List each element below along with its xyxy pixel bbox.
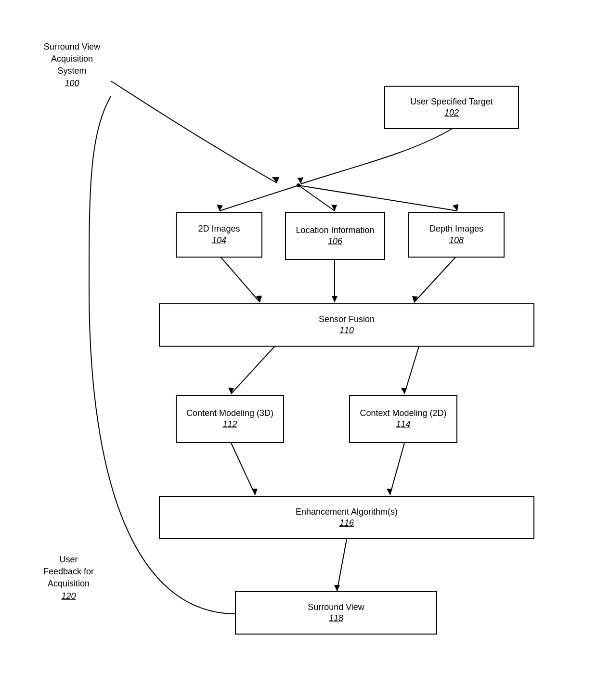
- svg-marker-0: [272, 177, 279, 183]
- content-modeling-label: Content Modeling (3D): [186, 408, 273, 419]
- svg-line-19: [231, 443, 255, 495]
- context-modeling-box: Context Modeling (2D) 114: [349, 395, 457, 443]
- svg-point-8: [297, 183, 300, 187]
- svg-line-4: [298, 185, 335, 211]
- surround-view-num: 118: [329, 613, 343, 624]
- depth-images-num: 108: [449, 235, 464, 246]
- content-modeling-box: Content Modeling (3D) 112: [176, 395, 284, 443]
- svg-line-6: [298, 185, 457, 211]
- sensor-fusion-num: 110: [339, 325, 354, 336]
- depth-images-box: Depth Images 108: [408, 212, 505, 258]
- sensor-fusion-label: Sensor Fusion: [319, 314, 375, 325]
- enhancement-algorithm-box: Enhancement Algorithm(s) 116: [159, 496, 534, 539]
- user-specified-target-label: User Specified Target: [410, 96, 493, 107]
- svg-marker-16: [228, 388, 234, 394]
- svg-marker-22: [387, 489, 392, 495]
- enhancement-algorithm-num: 116: [339, 518, 354, 529]
- user-specified-target-num: 102: [444, 107, 459, 118]
- 2d-images-box: 2D Images 104: [176, 212, 262, 258]
- svg-line-2: [220, 185, 298, 211]
- context-modeling-num: 114: [396, 419, 410, 430]
- svg-line-21: [390, 443, 404, 495]
- location-information-label: Location Information: [296, 225, 374, 236]
- context-modeling-label: Context Modeling (2D): [360, 408, 446, 419]
- svg-marker-14: [412, 296, 418, 302]
- svg-marker-18: [401, 388, 407, 394]
- svg-marker-10: [256, 296, 262, 302]
- feedback-label-num: 120: [26, 590, 111, 602]
- svg-marker-1: [298, 177, 303, 184]
- svg-line-23: [337, 539, 347, 591]
- svg-marker-24: [334, 585, 340, 591]
- location-information-num: 106: [328, 236, 342, 247]
- 2d-images-num: 104: [212, 235, 226, 246]
- feedback-label-text: User Feedback for Acquisition: [26, 554, 111, 590]
- diagram-container: Surround View Acquisition System 100 Use…: [0, 0, 597, 700]
- svg-marker-3: [217, 205, 223, 211]
- content-modeling-num: 112: [222, 419, 237, 430]
- surround-view-label: Surround View: [308, 602, 364, 613]
- svg-line-15: [231, 347, 274, 394]
- svg-marker-12: [332, 296, 337, 302]
- user-specified-target-box: User Specified Target 102: [384, 86, 519, 129]
- svg-marker-5: [331, 205, 337, 211]
- system-label: Surround View Acquisition System 100: [30, 41, 114, 90]
- feedback-label: User Feedback for Acquisition 120: [26, 554, 111, 602]
- location-information-box: Location Information 106: [285, 212, 385, 260]
- 2d-images-label: 2D Images: [198, 223, 240, 234]
- svg-marker-20: [252, 489, 258, 495]
- depth-images-label: Depth Images: [429, 223, 483, 234]
- svg-line-13: [414, 255, 457, 302]
- svg-line-9: [219, 255, 260, 302]
- surround-view-box: Surround View 118: [235, 591, 437, 635]
- svg-marker-7: [453, 204, 458, 211]
- svg-line-17: [404, 347, 419, 394]
- sensor-fusion-box: Sensor Fusion 110: [159, 303, 534, 347]
- enhancement-algorithm-label: Enhancement Algorithm(s): [296, 506, 398, 518]
